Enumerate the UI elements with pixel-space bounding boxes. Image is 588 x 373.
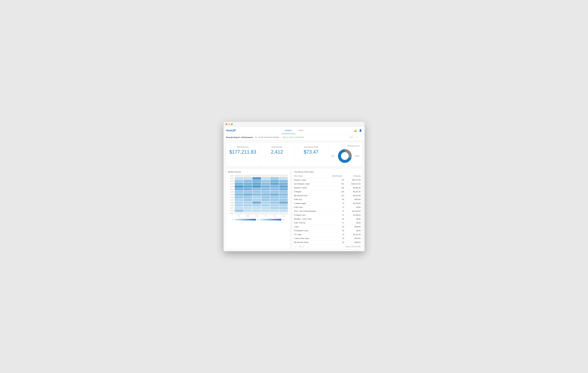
cell-revenue: $0.00 <box>346 221 362 225</box>
cell-total-rounds: 57 <box>326 213 346 217</box>
legend-gradient <box>234 219 256 220</box>
logo-up: UP <box>232 129 236 132</box>
booking-source-content: POS online <box>331 148 359 164</box>
cell-revenue: $1,035.00 <box>346 202 362 206</box>
kpi-avg-round-price-label: Avg Round Price <box>297 146 325 148</box>
heatmap-cell-fri-1800 <box>261 212 270 215</box>
svg-point-0 <box>255 136 257 137</box>
heatmap-cell-sun-1300 <box>279 199 288 201</box>
table-row: R Regular 129 $3,222.25 <box>292 190 362 194</box>
cell-total-rounds: 10 <box>326 240 346 244</box>
heatmap-cell-sun-1700 <box>279 209 288 212</box>
close-button[interactable] <box>226 123 227 125</box>
heatmap-cell-sat-1200 <box>270 196 279 198</box>
heatmap-cell-sat-0700 <box>270 183 279 185</box>
cell-price-class: Non Resident - Adult <box>292 182 326 186</box>
tab-pulse[interactable]: Pulse <box>295 127 306 134</box>
cell-price-class: Resident - Adult <box>292 178 326 182</box>
cell-revenue: $929.49 <box>346 198 362 202</box>
cell-total-rounds: 80 <box>326 198 346 202</box>
heatmap-cell-tue-1700 <box>235 209 243 212</box>
heatmap-cell-wed-0600 <box>243 180 252 182</box>
online-label: online <box>355 155 359 157</box>
time-label-1500: 15:00 <box>228 204 234 207</box>
table-wrapper: Price Class Total Rounds ⌄ Revenue Resid… <box>292 174 362 244</box>
time-label-0400: 04:00 <box>228 175 234 177</box>
sub-bar: Rounds Report - Performance foreUP Produ… <box>223 134 365 140</box>
cell-price-class: M MC Fee <box>292 198 326 202</box>
cell-price-class: TP Lodge <box>292 233 326 237</box>
heatmap-cell-thu-1600 <box>252 207 261 209</box>
heatmap-cell-tue-1300 <box>235 199 243 201</box>
heatmap-cell-fri-1300 <box>261 199 270 201</box>
heatmap-cell-fri-1200 <box>261 196 270 198</box>
cell-revenue: $0.00 <box>346 217 362 221</box>
more-button[interactable]: ⋮ <box>360 136 362 139</box>
heatmap-cell-fri-0600 <box>261 180 270 182</box>
heatmap-cell-tue-1500 <box>235 204 243 207</box>
edit-button[interactable]: ✎ <box>356 136 358 139</box>
heatmap-cell-thu-1200 <box>252 196 261 198</box>
cell-revenue: $4,191.00 <box>346 233 362 237</box>
time-label-0800: 08:00 <box>228 185 234 188</box>
heatmap-cell-tue-1600 <box>235 207 243 209</box>
cell-revenue: $150.00 <box>346 237 362 240</box>
maximize-button[interactable] <box>231 123 233 125</box>
table-row: Resident - Senior 155 $6,693.00 <box>292 186 362 190</box>
table-row: L weenie league 75 $1,035.00 <box>292 202 362 206</box>
pdf-button[interactable]: PDF <box>349 136 354 139</box>
heatmap-cell-wed-1400 <box>243 201 252 204</box>
col-total-rounds[interactable]: Total Rounds ⌄ <box>326 174 346 178</box>
table-row: Resident - Junior Ticket 53 $0.00 <box>292 217 362 221</box>
pagination-last[interactable]: » <box>307 245 309 248</box>
sort-icon: ⌄ <box>343 175 344 177</box>
heatmap-cell-wed-0400 <box>243 175 252 177</box>
minimize-button[interactable] <box>228 123 230 125</box>
cell-total-rounds: 122 <box>326 194 346 198</box>
logo-fore: fore <box>226 129 232 132</box>
bell-icon[interactable]: 🔔 <box>354 129 357 132</box>
heatmap-cell-thu-1400 <box>252 201 261 204</box>
booking-source-card: Booking Source POS online <box>328 143 362 166</box>
time-label-1600: 16:00 <box>228 207 234 209</box>
cell-price-class: L Bips <box>292 225 326 229</box>
table-row: Resident - Adult 715 $35,757.00 <box>292 178 362 182</box>
heatmap-cell-thu-0900 <box>252 188 261 190</box>
time-label-1400: 14:00 <box>228 201 234 204</box>
cell-revenue: $35,757.00 <box>346 178 362 182</box>
pagination-page-2[interactable]: 2 <box>302 245 304 248</box>
heatmap-cell-sat-1700 <box>270 209 279 212</box>
heatmap-cell-sun-0400 <box>279 175 288 177</box>
cell-price-class: MG Member Guest <box>292 240 326 244</box>
table-row: Non Resident - Adult 672 $103,072.00 <box>292 182 362 186</box>
user-icon[interactable]: 👤 <box>359 129 362 132</box>
heatmap-cell-sat-1600 <box>270 207 279 209</box>
logo: foreUP <box>226 129 236 132</box>
cell-total-rounds: 155 <box>326 186 346 190</box>
cell-price-class: Big Summer Card <box>292 194 326 198</box>
tab-analytics[interactable]: Analytics <box>282 127 295 134</box>
table-row: M MC Trail Fee 47 $0.00 <box>292 221 362 225</box>
price-class-table: Price Class Total Rounds ⌄ Revenue Resid… <box>292 174 362 244</box>
table-row: R Players Card 57 $1,399.56 <box>292 213 362 217</box>
heatmap-cell-wed-0700 <box>243 183 252 185</box>
table-row: M MC Fee 80 $929.49 <box>292 198 362 202</box>
heatmap-cell-wed-1200 <box>243 196 252 198</box>
heatmap-cell-tue-0900 <box>235 188 243 190</box>
cell-total-rounds: 26 <box>326 229 346 233</box>
heatmap-cell-wed-1300 <box>243 199 252 201</box>
legend-max-label: 75 <box>282 219 284 220</box>
cell-total-rounds: 672 <box>326 182 346 186</box>
db-selector[interactable]: foreUP Production MYSQL ▾ <box>255 136 281 138</box>
pagination-page-1[interactable]: 1 <box>299 245 302 248</box>
heatmap-cell-fri-1500 <box>261 204 270 207</box>
cell-total-rounds: 43 <box>326 225 346 229</box>
heatmap-cell-sun-1000 <box>279 191 288 193</box>
cell-total-rounds: 10 <box>326 237 346 240</box>
pagination-first[interactable]: « <box>294 245 296 248</box>
pagination-prev[interactable]: ‹ <box>297 245 299 248</box>
heatmap-cell-fri-1600 <box>261 207 270 209</box>
heatmap-cell-fri-0500 <box>261 177 270 180</box>
pagination-next[interactable]: › <box>305 245 306 248</box>
bottom-row: Weekly Rounds 04:0005:0006:0007:0008:000… <box>226 168 362 249</box>
